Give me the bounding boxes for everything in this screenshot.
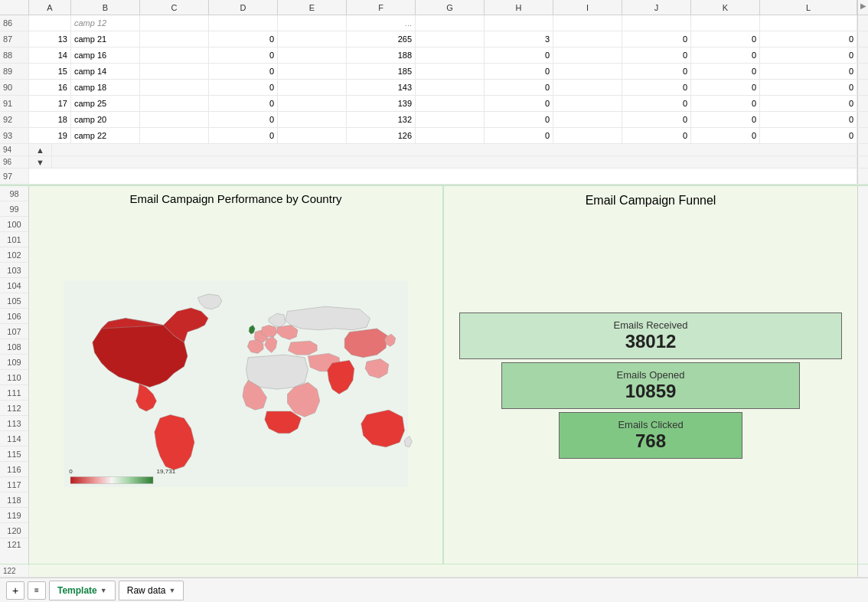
cell[interactable]: camp 20 bbox=[71, 112, 140, 127]
cell[interactable] bbox=[209, 15, 278, 31]
cell[interactable]: 0 bbox=[691, 128, 760, 143]
cell[interactable]: camp 16 bbox=[71, 47, 140, 63]
cell[interactable] bbox=[691, 15, 760, 31]
cell[interactable]: 0 bbox=[209, 80, 278, 95]
cell[interactable] bbox=[140, 31, 209, 47]
add-sheet-button[interactable]: + bbox=[6, 581, 24, 600]
cell[interactable]: 0 bbox=[209, 31, 278, 47]
col-header-j[interactable]: J bbox=[622, 0, 691, 15]
cell[interactable]: 126 bbox=[347, 128, 416, 143]
cell[interactable]: 0 bbox=[691, 112, 760, 127]
cell[interactable]: camp 21 bbox=[71, 31, 140, 47]
col-header-i[interactable]: I bbox=[553, 0, 622, 15]
cell[interactable]: camp 14 bbox=[71, 64, 140, 79]
cell[interactable] bbox=[140, 128, 209, 143]
sheet-list-button[interactable]: ≡ bbox=[28, 581, 46, 600]
cell[interactable] bbox=[622, 15, 691, 31]
cell[interactable]: 17 bbox=[29, 96, 71, 111]
cell[interactable]: 0 bbox=[622, 96, 691, 111]
cell[interactable] bbox=[553, 80, 622, 95]
cell[interactable]: camp 22 bbox=[71, 128, 140, 143]
cell[interactable] bbox=[416, 64, 485, 79]
cell[interactable]: 13 bbox=[29, 31, 71, 47]
cell[interactable]: 0 bbox=[760, 80, 857, 95]
cell[interactable] bbox=[140, 112, 209, 127]
cell[interactable]: 0 bbox=[622, 80, 691, 95]
cell[interactable]: 0 bbox=[485, 64, 553, 79]
col-header-c[interactable]: C bbox=[140, 0, 209, 15]
cell[interactable] bbox=[29, 168, 857, 184]
cell[interactable]: 265 bbox=[347, 31, 416, 47]
cell[interactable]: 16 bbox=[29, 80, 71, 95]
cell[interactable] bbox=[29, 15, 71, 31]
cell[interactable]: 0 bbox=[760, 31, 857, 47]
cell[interactable] bbox=[553, 15, 622, 31]
cell[interactable] bbox=[140, 96, 209, 111]
cell[interactable]: 0 bbox=[691, 31, 760, 47]
cell[interactable] bbox=[140, 80, 209, 95]
cell[interactable] bbox=[140, 64, 209, 79]
cell[interactable]: 188 bbox=[347, 47, 416, 63]
col-header-e[interactable]: E bbox=[278, 0, 347, 15]
cell[interactable]: 0 bbox=[209, 64, 278, 79]
cell[interactable]: 0 bbox=[209, 96, 278, 111]
cell[interactable]: 0 bbox=[691, 80, 760, 95]
cell[interactable]: 132 bbox=[347, 112, 416, 127]
col-header-h[interactable]: H bbox=[485, 0, 553, 15]
cell[interactable] bbox=[278, 15, 347, 31]
cell[interactable]: 0 bbox=[760, 64, 857, 79]
cell[interactable] bbox=[553, 128, 622, 143]
cell[interactable]: 0 bbox=[622, 31, 691, 47]
cell[interactable]: camp 18 bbox=[71, 80, 140, 95]
cell[interactable] bbox=[553, 96, 622, 111]
cell[interactable] bbox=[140, 47, 209, 63]
cell[interactable] bbox=[140, 15, 209, 31]
cell[interactable]: 18 bbox=[29, 112, 71, 127]
collapse-button-down[interactable]: ▼ bbox=[29, 156, 52, 168]
cell[interactable] bbox=[416, 112, 485, 127]
col-header-l[interactable]: L bbox=[760, 0, 857, 15]
cell[interactable] bbox=[485, 15, 553, 31]
cell[interactable] bbox=[278, 31, 347, 47]
cell[interactable]: 143 bbox=[347, 80, 416, 95]
cell[interactable] bbox=[278, 47, 347, 63]
cell[interactable]: 139 bbox=[347, 96, 416, 111]
cell[interactable] bbox=[416, 47, 485, 63]
cell[interactable]: 0 bbox=[485, 80, 553, 95]
cell[interactable] bbox=[553, 112, 622, 127]
cell[interactable]: 0 bbox=[691, 64, 760, 79]
col-header-a[interactable]: A bbox=[29, 0, 71, 15]
cell[interactable]: 3 bbox=[485, 31, 553, 47]
col-header-d[interactable]: D bbox=[209, 0, 278, 15]
cell[interactable]: 0 bbox=[622, 128, 691, 143]
col-header-k[interactable]: K bbox=[691, 0, 760, 15]
cell[interactable]: 14 bbox=[29, 47, 71, 63]
cell[interactable] bbox=[278, 128, 347, 143]
cell[interactable] bbox=[553, 47, 622, 63]
col-header-b[interactable]: B bbox=[71, 0, 140, 15]
cell[interactable] bbox=[278, 64, 347, 79]
cell[interactable]: 0 bbox=[622, 112, 691, 127]
cell[interactable]: 0 bbox=[485, 112, 553, 127]
cell[interactable]: 0 bbox=[760, 47, 857, 63]
tab-rawdata[interactable]: Raw data ▼ bbox=[119, 581, 184, 600]
cell[interactable]: 0 bbox=[485, 128, 553, 143]
cell[interactable] bbox=[278, 112, 347, 127]
cell[interactable]: 0 bbox=[622, 64, 691, 79]
cell[interactable]: 0 bbox=[485, 96, 553, 111]
cell[interactable]: 0 bbox=[209, 47, 278, 63]
cell[interactable]: ... bbox=[347, 15, 416, 31]
cell[interactable]: 0 bbox=[209, 128, 278, 143]
cell[interactable]: 15 bbox=[29, 64, 71, 79]
cell[interactable] bbox=[416, 31, 485, 47]
cell[interactable] bbox=[278, 96, 347, 111]
cell[interactable]: 0 bbox=[760, 96, 857, 111]
cell[interactable] bbox=[416, 96, 485, 111]
cell[interactable]: camp 12 bbox=[71, 15, 140, 31]
cell[interactable] bbox=[553, 64, 622, 79]
cell[interactable]: 0 bbox=[691, 47, 760, 63]
cell[interactable] bbox=[553, 31, 622, 47]
tab-template[interactable]: Template ▼ bbox=[49, 581, 116, 600]
cell[interactable] bbox=[760, 15, 857, 31]
cell[interactable] bbox=[416, 80, 485, 95]
